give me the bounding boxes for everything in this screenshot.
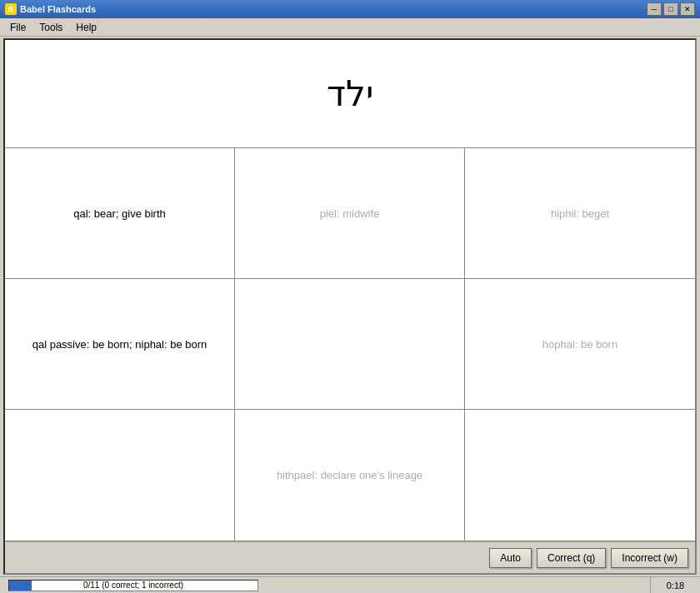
status-left: 0/11 (0 correct; 1 incorrect) (0, 580, 650, 591)
main-window: ילד qal: bear; give birth piel: midwife … (3, 38, 697, 575)
cell-6-text: hophal: be born (542, 338, 618, 351)
menu-help[interactable]: Help (69, 20, 103, 35)
grid-cell-6: hophal: be born (465, 279, 695, 410)
grid-cell-3: hiphil: beget (465, 148, 695, 279)
menu-tools[interactable]: Tools (32, 20, 69, 35)
title-bar-left: B Babel Flashcards (5, 3, 96, 15)
hebrew-word: ילד (327, 73, 373, 114)
cell-2-text: piel: midwife (320, 207, 380, 220)
grid-cell-8: hithpael: declare one's lineage (235, 410, 465, 541)
grid-cell-4: qal passive: be born; niphal: be born (5, 279, 235, 410)
cell-1-text: qal: bear; give birth (73, 207, 166, 220)
title-bar-controls: ─ □ ✕ (647, 2, 695, 16)
cell-4-text: qal passive: be born; niphal: be born (32, 338, 208, 351)
hebrew-area: ילד (5, 40, 695, 148)
incorrect-button[interactable]: Incorrect (w) (611, 548, 688, 568)
status-bar: 0/11 (0 correct; 1 incorrect) 0:18 (0, 576, 700, 593)
maximize-button[interactable]: □ (663, 2, 678, 16)
cell-8-text: hithpael: declare one's lineage (277, 469, 422, 481)
close-button[interactable]: ✕ (680, 2, 695, 16)
cell-3-text: hiphil: beget (551, 207, 609, 220)
menu-file[interactable]: File (3, 20, 32, 35)
button-bar: Auto Correct (q) Incorrect (w) (5, 541, 695, 573)
progress-container: 0/11 (0 correct; 1 incorrect) (8, 580, 258, 591)
app-icon-letter: B (8, 5, 14, 13)
correct-button[interactable]: Correct (q) (537, 548, 606, 568)
menu-bar: File Tools Help (0, 18, 700, 37)
grid-cell-2: piel: midwife (235, 148, 465, 279)
grid-cell-5 (235, 279, 465, 410)
window-title: Babel Flashcards (20, 4, 96, 14)
grid-cell-1: qal: bear; give birth (5, 148, 235, 279)
grid-cell-7 (5, 410, 235, 541)
timer-display: 0:18 (650, 577, 700, 593)
grid-cell-9 (465, 410, 695, 541)
minimize-button[interactable]: ─ (647, 2, 662, 16)
meanings-grid: qal: bear; give birth piel: midwife hiph… (5, 148, 695, 541)
auto-button[interactable]: Auto (489, 548, 532, 568)
progress-text: 0/11 (0 correct; 1 incorrect) (9, 581, 258, 591)
app-icon: B (5, 3, 17, 15)
title-bar: B Babel Flashcards ─ □ ✕ (0, 0, 700, 18)
